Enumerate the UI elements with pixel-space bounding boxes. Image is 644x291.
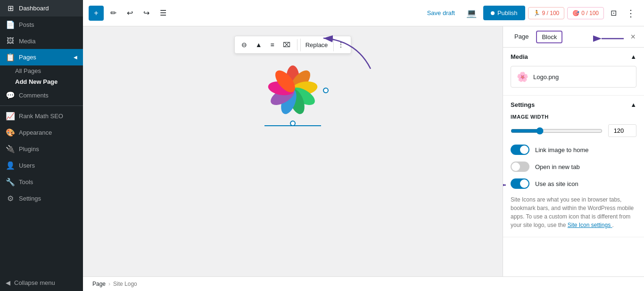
resize-handle-bottom[interactable] bbox=[290, 121, 296, 126]
save-draft-button[interactable]: Save draft bbox=[422, 7, 460, 19]
sidebar-item-dashboard[interactable]: ⊞ Dashboard bbox=[0, 0, 83, 16]
width-control bbox=[511, 124, 636, 137]
toggle-thumb-3 bbox=[520, 179, 528, 188]
redo-button[interactable]: ↪ bbox=[140, 6, 153, 20]
pencil-icon: ✏ bbox=[110, 8, 116, 17]
settings-section-header[interactable]: Settings ▲ bbox=[503, 96, 644, 114]
collapse-menu-label: Collapse menu bbox=[14, 279, 55, 286]
sidebar-item-label: Tools bbox=[19, 178, 33, 186]
logo-block[interactable] bbox=[260, 57, 326, 123]
more-options-button[interactable]: ⋮ bbox=[623, 5, 638, 22]
sidebar-item-users[interactable]: 👤 Users bbox=[0, 157, 83, 174]
settings-panel-icon: ⊡ bbox=[611, 8, 617, 17]
editor-area: ⊖ ▲ ≡ ⌧ Replace ⋮ bbox=[83, 26, 644, 276]
monitor-icon: 💻 bbox=[466, 8, 477, 18]
site-icon-section: Use as site icon bbox=[511, 178, 636, 189]
chevron-up-icon-settings: ▲ bbox=[630, 101, 636, 108]
close-icon: × bbox=[630, 32, 636, 41]
site-icon-label: Use as site icon bbox=[535, 180, 578, 187]
image-width-label: IMAGE WIDTH bbox=[511, 114, 636, 120]
sidebar-item-comments[interactable]: 💬 Comments bbox=[0, 87, 83, 104]
users-icon: 👤 bbox=[6, 161, 15, 170]
main-area: + ✏ ↩ ↪ ☰ Save draft 💻 Publish 🏃 9 / 100 bbox=[83, 0, 644, 291]
image-width-slider[interactable] bbox=[511, 127, 603, 135]
ellipsis-icon: ⋮ bbox=[626, 8, 636, 18]
settings-panel-button[interactable]: ⊡ bbox=[607, 6, 620, 20]
undo-button[interactable]: ↩ bbox=[123, 6, 137, 20]
canvas: ⊖ ▲ ≡ ⌧ Replace ⋮ bbox=[83, 26, 503, 276]
media-section: Media ▲ 🌸 Logo.png bbox=[503, 48, 644, 96]
sidebar-item-label: Pages bbox=[19, 54, 36, 61]
view-button[interactable]: 💻 bbox=[462, 5, 480, 21]
replace-button[interactable]: Replace bbox=[300, 39, 333, 51]
tab-page[interactable]: Page bbox=[509, 26, 534, 48]
sidebar-item-label: Comments bbox=[19, 92, 49, 99]
block-toolbar: ⊖ ▲ ≡ ⌧ Replace ⋮ bbox=[234, 36, 352, 54]
score-2-icon: 🎯 bbox=[572, 10, 579, 16]
edit-button[interactable]: ✏ bbox=[107, 6, 120, 20]
site-icon-toggle[interactable] bbox=[511, 178, 529, 189]
settings-section-content: IMAGE WIDTH Link image to home bbox=[503, 114, 644, 237]
arrow-to-block-tab bbox=[593, 30, 626, 49]
zoom-out-icon: ⊖ bbox=[241, 41, 247, 48]
collapse-menu[interactable]: ◀ Collapse menu bbox=[0, 275, 83, 291]
sidebar-item-media[interactable]: 🖼 Media bbox=[0, 33, 83, 49]
sidebar-item-plugins[interactable]: 🔌 Plugins bbox=[0, 141, 83, 157]
new-tab-row: Open in new tab bbox=[511, 162, 636, 172]
media-file-item[interactable]: 🌸 Logo.png bbox=[511, 66, 636, 88]
sidebar-item-posts[interactable]: 📄 Posts bbox=[0, 16, 83, 33]
resize-handle-right[interactable] bbox=[323, 88, 329, 93]
sidebar-item-label: Rank Math SEO bbox=[19, 113, 63, 120]
sidebar-sub-add-new-page[interactable]: Add New Page bbox=[0, 76, 83, 87]
sidebar-item-label: Appearance bbox=[19, 129, 52, 136]
list-view-button[interactable]: ☰ bbox=[156, 6, 170, 20]
block-more-button[interactable]: ⋮ bbox=[333, 38, 348, 51]
posts-icon: 📄 bbox=[6, 20, 15, 29]
media-section-content: 🌸 Logo.png bbox=[503, 66, 644, 95]
pages-icon: 📋 bbox=[6, 53, 15, 62]
score-badge-2[interactable]: 🎯 0 / 100 bbox=[567, 7, 604, 19]
block-align-button[interactable]: ▲ bbox=[252, 38, 266, 51]
editor-toolbar: + ✏ ↩ ↪ ☰ Save draft 💻 Publish 🏃 9 / 100 bbox=[83, 0, 644, 26]
link-home-row: Link image to home bbox=[511, 145, 636, 155]
arrow-to-site-icon bbox=[503, 180, 511, 190]
redo-icon: ↪ bbox=[143, 8, 149, 17]
sidebar-item-rank-math[interactable]: 📈 Rank Math SEO bbox=[0, 108, 83, 124]
media-icon: 🖼 bbox=[6, 37, 15, 45]
link-home-toggle[interactable] bbox=[511, 145, 529, 155]
comments-icon: 💬 bbox=[6, 91, 15, 100]
image-width-input[interactable] bbox=[608, 124, 636, 137]
sidebar-item-appearance[interactable]: 🎨 Appearance bbox=[0, 124, 83, 141]
sidebar-item-pages[interactable]: 📋 Pages ◀ bbox=[0, 49, 83, 65]
sidebar-item-label: Users bbox=[19, 162, 35, 169]
block-crop-button[interactable]: ⌧ bbox=[279, 38, 294, 51]
new-tab-toggle[interactable] bbox=[511, 162, 529, 172]
panel-close-button[interactable]: × bbox=[627, 29, 638, 45]
logo-svg bbox=[264, 62, 321, 119]
sidebar-item-settings[interactable]: ⚙ Settings bbox=[0, 190, 83, 207]
site-icon-row: Use as site icon bbox=[511, 178, 636, 189]
media-section-header[interactable]: Media ▲ bbox=[503, 48, 644, 66]
breadcrumb-site-logo: Site Logo bbox=[113, 281, 137, 287]
sidebar-sub-all-pages[interactable]: All Pages bbox=[0, 65, 83, 76]
media-file-name: Logo.png bbox=[533, 73, 559, 81]
appearance-icon: 🎨 bbox=[6, 128, 15, 137]
plugins-icon: 🔌 bbox=[6, 145, 15, 154]
sidebar-item-label: Settings bbox=[19, 195, 41, 202]
right-panel: Page Block × bbox=[503, 26, 644, 276]
block-zoom-out-button[interactable]: ⊖ bbox=[238, 38, 251, 51]
new-tab-label: Open in new tab bbox=[535, 163, 580, 170]
sidebar-item-label: Dashboard bbox=[19, 5, 49, 12]
align-icon: ▲ bbox=[256, 41, 262, 48]
breadcrumb-bar: Page › Site Logo bbox=[83, 276, 644, 291]
breadcrumb-page: Page bbox=[92, 281, 106, 287]
sidebar-item-tools[interactable]: 🔧 Tools bbox=[0, 174, 83, 190]
add-block-button[interactable]: + bbox=[89, 6, 104, 21]
score-badge-1[interactable]: 🏃 9 / 100 bbox=[528, 7, 565, 19]
tab-block[interactable]: Block bbox=[536, 31, 562, 43]
panel-tabs: Page Block × bbox=[503, 26, 644, 48]
block-text-align-button[interactable]: ≡ bbox=[266, 38, 278, 51]
publish-button[interactable]: Publish bbox=[483, 6, 525, 20]
site-icon-settings-link[interactable]: Site Icon settings bbox=[568, 222, 612, 228]
sidebar: ⊞ Dashboard 📄 Posts 🖼 Media 📋 Pages ◀ Al… bbox=[0, 0, 83, 291]
